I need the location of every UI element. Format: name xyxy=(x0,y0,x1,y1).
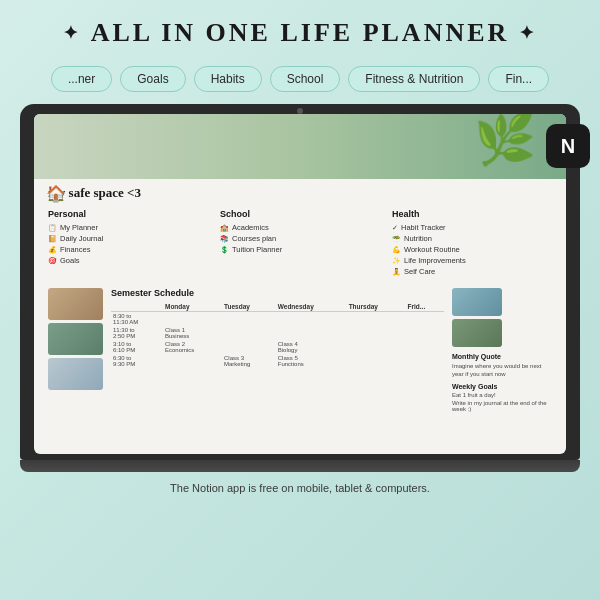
habit-tracker-item[interactable]: ✓ Habit Tracker xyxy=(392,223,552,232)
laptop-mockup: N 🌿 🏠 my safe space <3 Personal 📋 xyxy=(20,104,580,472)
page-title: ✦ ALL IN ONE LIFE PLANNER ✦ xyxy=(0,18,600,48)
right-image-1 xyxy=(452,288,502,316)
life-improvements-label: Life Improvements xyxy=(404,256,466,265)
tuition-item[interactable]: 💲 Tuition Planner xyxy=(220,245,380,254)
personal-column: Personal 📋 My Planner 📔 Daily Journal 💰 … xyxy=(48,209,208,278)
right-image-2 xyxy=(452,319,502,347)
fri-cell xyxy=(406,312,444,327)
screen-content: my safe space <3 Personal 📋 My Planner 📔… xyxy=(34,179,566,422)
thursday-header: Thursday xyxy=(347,302,406,312)
journal-icon: 📔 xyxy=(48,235,57,243)
self-care-label: Self Care xyxy=(404,267,435,276)
nutrition-label: Nutrition xyxy=(404,234,432,243)
fri-cell xyxy=(406,354,444,368)
courses-item[interactable]: 📚 Courses plan xyxy=(220,234,380,243)
time-cell: 11:30 to2:50 PM xyxy=(111,326,163,340)
wed-cell xyxy=(276,312,347,327)
finances-item[interactable]: 💰 Finances xyxy=(48,245,208,254)
wed-cell xyxy=(276,326,347,340)
thu-cell xyxy=(347,326,406,340)
wed-cell: Class 5Functions xyxy=(276,354,347,368)
health-header: Health xyxy=(392,209,552,219)
wednesday-header: Wednesday xyxy=(276,302,347,312)
sparkle-right-icon: ✦ xyxy=(519,22,537,44)
tuition-label: Tuition Planner xyxy=(232,245,282,254)
workout-label: Workout Routine xyxy=(404,245,460,254)
monthly-quote-title: Monthly Quote xyxy=(452,353,552,360)
weekly-goal-1: Eat 1 fruit a day! xyxy=(452,392,552,398)
life-improvements-icon: ✨ xyxy=(392,257,401,265)
workout-item[interactable]: 💪 Workout Routine xyxy=(392,245,552,254)
courses-icon: 📚 xyxy=(220,235,229,243)
life-improvements-item[interactable]: ✨ Life Improvements xyxy=(392,256,552,265)
screen-banner: 🌿 xyxy=(34,114,566,179)
tuition-icon: 💲 xyxy=(220,246,229,254)
mon-cell: Class 1Business xyxy=(163,326,222,340)
mon-cell xyxy=(163,354,222,368)
planner-icon: 📋 xyxy=(48,224,57,232)
time-cell: 3:10 to6:10 PM xyxy=(111,340,163,354)
goals-item[interactable]: 🎯 Goals xyxy=(48,256,208,265)
fri-cell xyxy=(406,340,444,354)
weekly-goal-2: Write in my journal at the end of the we… xyxy=(452,400,552,412)
tab-fitness-nutrition[interactable]: Fitness & Nutrition xyxy=(348,66,480,92)
home-icon[interactable]: 🏠 xyxy=(46,184,66,203)
friday-header: Frid... xyxy=(406,302,444,312)
tuesday-header: Tuesday xyxy=(222,302,276,312)
laptop-screen: 🌿 🏠 my safe space <3 Personal 📋 My Plann… xyxy=(34,114,566,454)
sparkle-left-icon: ✦ xyxy=(63,22,81,44)
school-column: School 🏫 Academics 📚 Courses plan 💲 Tuit… xyxy=(220,209,380,278)
nutrition-item[interactable]: 🥗 Nutrition xyxy=(392,234,552,243)
nutrition-icon: 🥗 xyxy=(392,235,401,243)
tab-planner[interactable]: ...ner xyxy=(51,66,112,92)
tab-goals[interactable]: Goals xyxy=(120,66,185,92)
academics-label: Academics xyxy=(232,223,269,232)
tab-habits[interactable]: Habits xyxy=(194,66,262,92)
tab-finance[interactable]: Fin... xyxy=(488,66,549,92)
tue-cell xyxy=(222,326,276,340)
self-care-item[interactable]: 🧘 Self Care xyxy=(392,267,552,276)
tab-school[interactable]: School xyxy=(270,66,341,92)
notion-badge: N xyxy=(546,124,590,168)
header: ✦ ALL IN ONE LIFE PLANNER ✦ xyxy=(0,0,600,58)
time-cell: 8:30 to11:30 AM xyxy=(111,312,163,327)
nav-tabs: ...ner Goals Habits School Fitness & Nut… xyxy=(0,58,600,100)
thu-cell xyxy=(347,340,406,354)
quote-box: Monthly Quote Imagine where you would be… xyxy=(452,353,552,414)
tue-cell: Class 3Marketing xyxy=(222,354,276,368)
tue-cell xyxy=(222,340,276,354)
right-panel: Monthly Quote Imagine where you would be… xyxy=(452,288,552,414)
weekly-goals-title: Weekly Goals xyxy=(452,383,552,390)
habit-tracker-icon: ✓ xyxy=(392,224,398,232)
image-1 xyxy=(48,288,103,320)
workout-icon: 💪 xyxy=(392,246,401,254)
dashboard-title: my safe space <3 xyxy=(48,185,552,201)
image-2 xyxy=(48,323,103,355)
tue-cell xyxy=(222,312,276,327)
laptop-frame: N 🌿 🏠 my safe space <3 Personal 📋 xyxy=(20,104,580,460)
finances-label: Finances xyxy=(60,245,90,254)
table-row: 3:10 to6:10 PM Class 2Economics Class 4B… xyxy=(111,340,444,354)
footer: The Notion app is free on mobile, tablet… xyxy=(0,472,600,500)
monthly-quote-text: Imagine where you would be next year if … xyxy=(452,362,552,379)
left-images xyxy=(48,288,103,414)
health-column: Health ✓ Habit Tracker 🥗 Nutrition 💪 Wor… xyxy=(392,209,552,278)
plant-decoration: 🌿 xyxy=(474,114,536,164)
footer-text: The Notion app is free on mobile, tablet… xyxy=(170,482,430,494)
right-images xyxy=(452,288,552,347)
journal-label: Daily Journal xyxy=(60,234,103,243)
time-cell: 6:30 to9:30 PM xyxy=(111,354,163,368)
thu-cell xyxy=(347,312,406,327)
table-row: 6:30 to9:30 PM Class 3Marketing Class 5F… xyxy=(111,354,444,368)
fri-cell xyxy=(406,326,444,340)
academics-item[interactable]: 🏫 Academics xyxy=(220,223,380,232)
mon-cell: Class 2Economics xyxy=(163,340,222,354)
finances-icon: 💰 xyxy=(48,246,57,254)
monday-header: Monday xyxy=(163,302,222,312)
journal-item[interactable]: 📔 Daily Journal xyxy=(48,234,208,243)
info-columns: Personal 📋 My Planner 📔 Daily Journal 💰 … xyxy=(48,209,552,278)
planner-item[interactable]: 📋 My Planner xyxy=(48,223,208,232)
academics-icon: 🏫 xyxy=(220,224,229,232)
table-row: 11:30 to2:50 PM Class 1Business xyxy=(111,326,444,340)
goals-label: Goals xyxy=(60,256,80,265)
